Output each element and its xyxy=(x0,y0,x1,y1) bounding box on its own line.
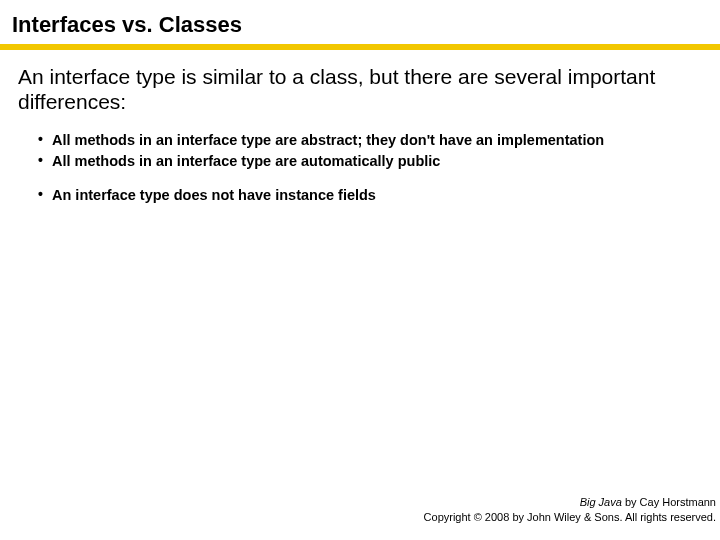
footer: Big Java by Cay Horstmann Copyright © 20… xyxy=(424,495,716,524)
slide-title: Interfaces vs. Classes xyxy=(0,12,720,44)
byline: by Cay Horstmann xyxy=(622,496,716,508)
bullet-item: All methods in an interface type are aut… xyxy=(38,151,702,171)
footer-line-1: Big Java by Cay Horstmann xyxy=(424,495,716,509)
slide: Interfaces vs. Classes An interface type… xyxy=(0,0,720,540)
book-title: Big Java xyxy=(580,496,622,508)
bullet-item: All methods in an interface type are abs… xyxy=(38,130,702,150)
intro-text: An interface type is similar to a class,… xyxy=(0,64,720,124)
title-underline xyxy=(0,44,720,50)
footer-copyright: Copyright © 2008 by John Wiley & Sons. A… xyxy=(424,510,716,524)
bullet-list: All methods in an interface type are abs… xyxy=(0,124,720,204)
bullet-item: An interface type does not have instance… xyxy=(38,185,702,205)
